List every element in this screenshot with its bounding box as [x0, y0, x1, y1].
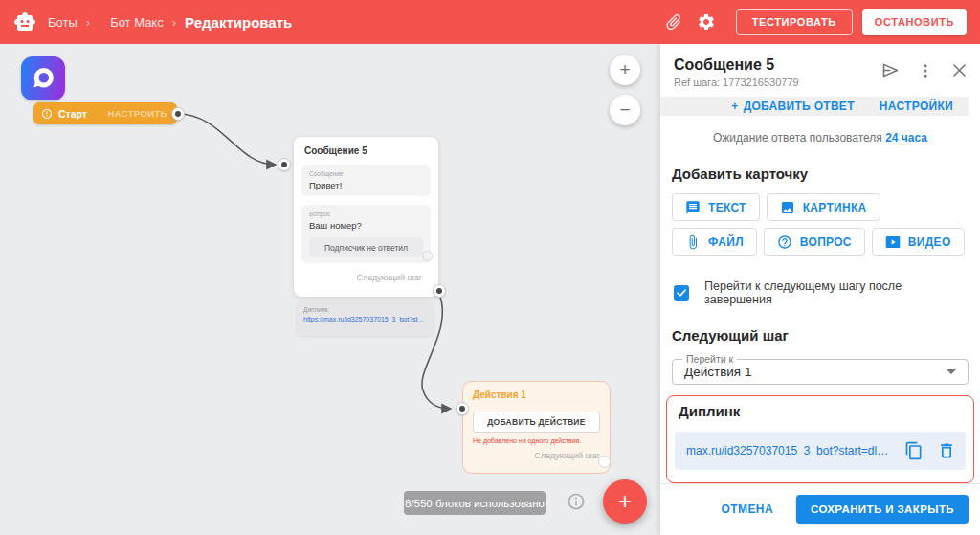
flow-canvas[interactable]: + − Старт НАСТРОИТЬ Сообщение 5 Сообщени… — [0, 44, 660, 535]
waiting-hours-link[interactable]: 24 часа — [885, 131, 927, 145]
card-button-label: ВИДЕО — [908, 235, 951, 249]
cancel-button[interactable]: ОТМЕНА — [722, 502, 773, 516]
add-answer-button[interactable]: +ДОБАВИТЬ ОТВЕТ — [731, 100, 854, 113]
goto-next-checkbox[interactable] — [674, 285, 689, 301]
attachment-icon — [685, 234, 701, 250]
actions-card-title: Действия 1 — [473, 390, 600, 400]
chevron-down-icon — [947, 369, 956, 374]
goto-next-checkbox-label: Перейти к следующему шагу после завершен… — [704, 279, 969, 306]
add-video-button[interactable]: ВИДЕО — [872, 228, 965, 256]
actions-input-port[interactable] — [456, 402, 469, 415]
breadcrumb-bot-name[interactable]: Бот Макс — [110, 15, 164, 30]
image-icon — [780, 200, 795, 215]
deeplink-heading: Диплинк — [679, 403, 966, 419]
video-icon — [885, 234, 901, 250]
panel-ref-id: Ref шага: 1773216530779 — [674, 77, 799, 88]
goto-select-value: Действия 1 — [684, 365, 751, 379]
gear-icon[interactable] — [690, 6, 723, 38]
waiting-text: Ожидание ответа пользователя — [713, 131, 882, 145]
step-settings-panel: Сообщение 5 Ref шага: 1773216530779 +ДОБ… — [660, 44, 980, 535]
add-block-fab[interactable]: + — [603, 479, 647, 524]
canvas-deeplink-url[interactable]: https://max.ru/id3257037015_3_bot?start=… — [303, 316, 427, 323]
no-reply-button[interactable]: Подписчик не ответил — [309, 237, 423, 257]
chat-icon — [685, 200, 701, 215]
app-header: Боты › Бот Макс › Редактировать ТЕСТИРОВ… — [0, 0, 980, 44]
card-button-label: ТЕКСТ — [708, 201, 746, 214]
message-next-step-label: Следующий шаг — [356, 273, 422, 282]
breadcrumb-separator: › — [172, 15, 176, 30]
goto-select-label: Перейти к — [682, 353, 737, 365]
message-card-title: Сообщение 5 — [304, 145, 431, 156]
close-icon[interactable] — [950, 61, 969, 79]
waiting-line: Ожидание ответа пользователя 24 часа — [660, 131, 980, 145]
question-field-value: Ваш номер? — [309, 220, 423, 231]
breadcrumb-edit: Редактировать — [185, 14, 292, 31]
goto-next-checkbox-row: Перейти к следующему шагу после завершен… — [674, 279, 969, 306]
actions-next-step-label: Следующий шаг — [534, 451, 600, 460]
plus-icon: + — [731, 100, 738, 113]
start-node-title: Старт — [58, 108, 87, 120]
zoom-out-button[interactable]: − — [610, 95, 640, 125]
actions-next-step-port[interactable] — [598, 456, 611, 468]
message-card[interactable]: Сообщение 5 Сообщение Привет! Вопрос Ваш… — [294, 137, 438, 297]
question-icon — [777, 234, 792, 250]
message-field[interactable]: Сообщение Привет! — [301, 165, 431, 196]
deeplink-url[interactable]: max.ru/id3257037015_3_bot?start=dl-17732… — [686, 444, 891, 457]
message-field-value: Привет! — [309, 180, 423, 190]
save-and-close-button[interactable]: СОХРАНИТЬ И ЗАКРЫТЬ — [796, 495, 969, 524]
max-logo — [21, 56, 65, 100]
no-reply-port[interactable] — [422, 251, 433, 261]
canvas-deeplink-label: Диплинк: — [303, 306, 427, 313]
start-node[interactable]: Старт НАСТРОИТЬ — [33, 102, 177, 124]
card-type-buttons: ТЕКСТ КАРТИНКА ФАЙЛ ВОПРОС ВИДЕО — [672, 193, 969, 256]
add-question-button[interactable]: ВОПРОС — [764, 228, 865, 256]
more-options-icon[interactable] — [917, 62, 934, 79]
add-action-button[interactable]: ДОБАВИТЬ ДЕЙСТВИЕ — [473, 412, 600, 433]
message-next-step-port[interactable] — [433, 284, 446, 298]
add-card-heading: Добавить карточку — [672, 166, 980, 182]
copy-icon[interactable] — [904, 441, 924, 460]
message-input-port[interactable] — [278, 158, 291, 171]
start-node-configure[interactable]: НАСТРОИТЬ — [107, 108, 167, 119]
alert-circle-icon — [41, 108, 53, 120]
breadcrumb-bots[interactable]: Боты — [48, 15, 78, 30]
question-field-label: Вопрос — [309, 211, 423, 217]
deeplink-section: Диплинк max.ru/id3257037015_3_bot?start=… — [666, 395, 974, 483]
blocks-usage-badge: 8/550 блоков использовано — [404, 491, 546, 515]
answers-toolbar: +ДОБАВИТЬ ОТВЕТ НАСТРОЙКИ — [660, 97, 969, 116]
next-step-heading: Следующий шаг — [672, 327, 980, 344]
settings-button[interactable]: НАСТРОЙКИ — [880, 100, 953, 113]
question-field[interactable]: Вопрос Ваш номер? Подписчик не ответил — [301, 205, 431, 263]
info-icon[interactable] — [567, 492, 586, 511]
card-button-label: КАРТИНКА — [803, 201, 867, 214]
card-button-label: ФАЙЛ — [708, 235, 744, 249]
link-icon[interactable] — [657, 6, 690, 38]
canvas-deeplink-box[interactable]: Диплинк: https://max.ru/id3257037015_3_b… — [296, 301, 434, 336]
goto-step-select[interactable]: Перейти к Действия 1 — [672, 359, 969, 385]
add-image-button[interactable]: КАРТИНКА — [767, 193, 880, 221]
start-output-port[interactable] — [171, 107, 185, 121]
delete-icon[interactable] — [937, 441, 956, 460]
deeplink-pill: max.ru/id3257037015_3_bot?start=dl-17732… — [675, 432, 966, 470]
card-button-label: ВОПРОС — [800, 235, 852, 249]
actions-card[interactable]: Действия 1 ДОБАВИТЬ ДЕЙСТВИЕ Не добавлен… — [462, 381, 611, 474]
actions-empty-warning: Не добавлено ни одного действия. — [473, 437, 600, 444]
test-button[interactable]: ТЕСТИРОВАТЬ — [736, 9, 853, 35]
breadcrumb-separator: › — [86, 15, 90, 30]
message-field-label: Сообщение — [309, 170, 423, 177]
zoom-in-button[interactable]: + — [610, 55, 640, 85]
send-test-icon[interactable] — [880, 60, 901, 80]
panel-title: Сообщение 5 — [674, 56, 799, 74]
add-text-button[interactable]: ТЕКСТ — [672, 193, 760, 221]
bot-robot-icon — [13, 11, 36, 33]
panel-header: Сообщение 5 Ref шага: 1773216530779 — [660, 44, 980, 94]
panel-footer: ОТМЕНА СОХРАНИТЬ И ЗАКРЫТЬ — [660, 483, 980, 535]
stop-button[interactable]: ОСТАНОВИТЬ — [862, 9, 967, 35]
add-file-button[interactable]: ФАЙЛ — [672, 228, 757, 256]
